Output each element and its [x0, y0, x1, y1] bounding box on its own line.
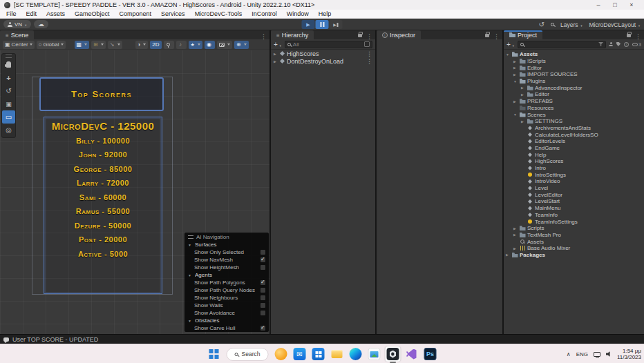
project-tree-row[interactable]: AdvancedInspector: [504, 84, 644, 91]
hand-tool[interactable]: [2, 58, 15, 71]
play-button[interactable]: [302, 20, 315, 29]
kebab-menu-icon[interactable]: [366, 58, 372, 65]
menu-item[interactable]: File: [1, 10, 21, 19]
project-tree-row[interactable]: EndGame: [504, 145, 644, 152]
save-search-icon[interactable]: [624, 42, 629, 47]
foldout-arrow-icon[interactable]: [521, 92, 525, 97]
kebab-menu-icon[interactable]: [493, 30, 500, 41]
undo-history-icon[interactable]: [539, 21, 544, 28]
photoshop-icon[interactable]: [422, 345, 438, 363]
project-tree-row[interactable]: Resources: [504, 105, 644, 112]
search-funnel-icon[interactable]: [598, 42, 603, 46]
project-tree-row[interactable]: TextMesh Pro: [504, 232, 644, 239]
menu-item[interactable]: MicroDevC-Tools: [190, 10, 247, 19]
foldout-arrow-icon[interactable]: [521, 119, 525, 124]
project-tree-row[interactable]: LevelEditor: [504, 191, 644, 198]
project-tree-row[interactable]: IMPORT SOURCES: [504, 71, 644, 78]
unity-editor-icon[interactable]: [384, 345, 401, 363]
step-button[interactable]: [330, 20, 343, 29]
menu-item[interactable]: Services: [156, 10, 190, 19]
score-list-box[interactable]: MicroDevC - 125000Billy - 100000John - 9…: [44, 117, 162, 294]
foldout-arrow-icon[interactable]: [274, 59, 278, 63]
hierarchy-item[interactable]: DontDestroyOnLoad: [271, 57, 375, 65]
checkbox[interactable]: [261, 295, 265, 300]
cloud-services-button[interactable]: [34, 20, 48, 28]
taskbar-clock[interactable]: 1:54 μμ 11/3/2023: [617, 348, 641, 361]
foldout-arrow-icon[interactable]: [513, 99, 518, 104]
lock-icon[interactable]: [358, 34, 362, 37]
foldout-arrow-icon[interactable]: [513, 226, 518, 230]
display-tray-icon[interactable]: [594, 352, 600, 357]
project-tree-row[interactable]: HighScores: [504, 158, 644, 165]
project-tree-row[interactable]: PREFABS: [504, 98, 644, 105]
hierarchy-search-input[interactable]: All: [285, 41, 372, 48]
menu-item[interactable]: Help: [314, 10, 337, 19]
checkbox[interactable]: [261, 288, 265, 293]
ai-nav-row[interactable]: Show NavMesh: [184, 256, 269, 264]
snap-increment-dropdown[interactable]: [91, 41, 106, 49]
minimize-button[interactable]: –: [590, 0, 607, 10]
foldout-arrow-icon[interactable]: [513, 72, 518, 77]
foldout-arrow-icon[interactable]: [513, 59, 518, 63]
kebab-menu-icon[interactable]: [366, 50, 372, 57]
kebab-menu-icon[interactable]: [366, 30, 372, 41]
ai-nav-row[interactable]: Obstacles: [184, 317, 269, 324]
pause-button[interactable]: [316, 20, 329, 29]
project-tree-row[interactable]: Intro: [504, 165, 644, 172]
kebab-menu-icon[interactable]: [635, 30, 641, 41]
mail-icon[interactable]: [291, 345, 307, 363]
project-tree-row[interactable]: TeamInfoSettings: [504, 218, 644, 225]
ai-nav-row[interactable]: Show Carve Hull: [184, 324, 269, 332]
ai-nav-row[interactable]: Show Only Selected: [184, 248, 269, 256]
2d-view-toggle[interactable]: 2D: [150, 41, 161, 49]
foldout-arrow-icon[interactable]: [521, 86, 525, 90]
tab-scene[interactable]: Scene: [0, 30, 34, 39]
tray-overflow-chevron-icon[interactable]: [567, 351, 571, 357]
kebab-menu-icon[interactable]: [261, 30, 267, 41]
project-tree-row[interactable]: Editor: [504, 91, 644, 98]
tab-inspector[interactable]: Inspector: [377, 30, 421, 39]
layers-dropdown[interactable]: Layers: [560, 21, 583, 28]
project-search-input[interactable]: [518, 41, 606, 48]
project-tree-row[interactable]: Assets: [504, 238, 644, 245]
menu-item[interactable]: InControl: [247, 10, 282, 19]
foldout-arrow-icon[interactable]: [506, 52, 510, 57]
gizmos-dropdown[interactable]: [234, 41, 249, 49]
tab-hierarchy[interactable]: Hierarchy: [271, 30, 314, 39]
create-asset-button[interactable]: [506, 41, 515, 48]
checkbox[interactable]: [261, 326, 265, 331]
scene-lighting-toggle[interactable]: [164, 41, 174, 49]
search-by-type-icon[interactable]: [609, 42, 613, 46]
lock-icon[interactable]: [627, 34, 631, 37]
checkbox[interactable]: [261, 265, 265, 270]
ai-navigation-header[interactable]: AI Navigation: [184, 233, 269, 241]
status-bar[interactable]: User TOP SCORE - UPDATED: [0, 334, 644, 344]
search-filter-icon[interactable]: [364, 41, 370, 47]
foldout-arrow-icon[interactable]: [513, 233, 518, 237]
tool-handle-rotation-dropdown[interactable]: Global: [37, 41, 66, 49]
rotate-tool[interactable]: [2, 84, 15, 97]
project-tree-row[interactable]: Base Audio Mixer: [504, 245, 644, 252]
checkbox[interactable]: [261, 311, 265, 315]
ai-nav-row[interactable]: Show Path Query Nodes: [184, 286, 269, 294]
project-tree-row[interactable]: Scripts: [504, 225, 644, 232]
project-tree-row[interactable]: Level: [504, 185, 644, 192]
ai-nav-row[interactable]: Show Neighbours: [184, 294, 269, 302]
lock-icon[interactable]: [485, 34, 489, 37]
windows-start-button[interactable]: [206, 346, 222, 362]
edge-browser-icon[interactable]: [347, 345, 363, 363]
layout-dropdown[interactable]: MicroDevCLayout: [589, 21, 641, 28]
snap-settings-dropdown[interactable]: [108, 41, 122, 49]
image-editor-icon[interactable]: [366, 345, 382, 363]
maximize-button[interactable]: □: [607, 0, 623, 10]
foldout-arrow-icon[interactable]: [513, 79, 518, 84]
menu-item[interactable]: GameObject: [70, 10, 115, 19]
foldout-arrow-icon[interactable]: [513, 246, 518, 251]
language-indicator[interactable]: ENG: [576, 351, 588, 357]
ai-nav-row[interactable]: Show HeightMesh: [184, 264, 269, 271]
scene-visibility-toggle[interactable]: [205, 41, 215, 49]
project-tree-row[interactable]: IntroVideo: [504, 178, 644, 185]
ai-nav-row[interactable]: Show Avoidance: [184, 309, 269, 317]
microsoft-store-icon[interactable]: [310, 345, 326, 363]
checkbox[interactable]: [261, 280, 265, 285]
